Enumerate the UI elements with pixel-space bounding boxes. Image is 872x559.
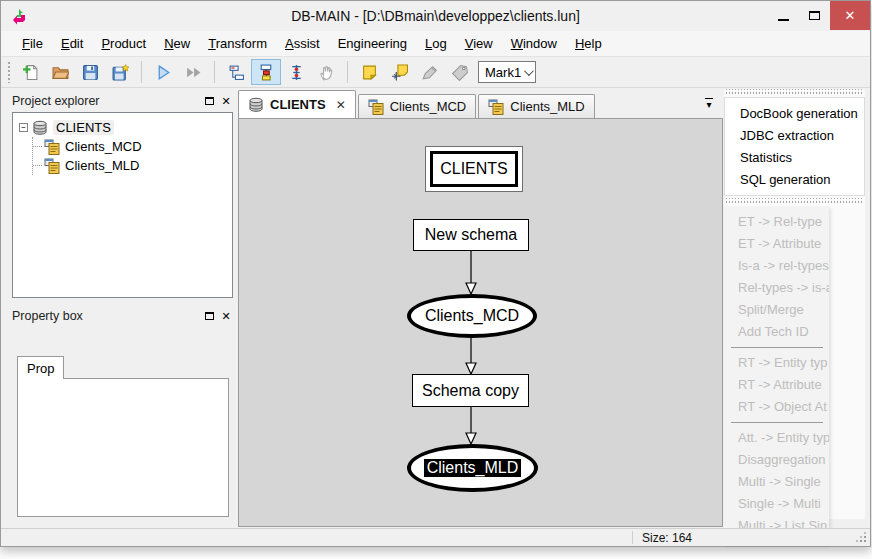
new-note-button[interactable] [354,59,384,85]
menu-item-et-attribute: ET -> Attribute [724,233,829,255]
diagram-edge-arrow [464,407,478,445]
schema-icon [488,99,504,115]
tree-root-label[interactable]: CLIENTS [53,120,114,135]
tree-item-clients-mld[interactable]: Clients_MLD [33,156,230,175]
transform-menu-disabled: ET -> Rel-type ET -> Attribute Is-a -> r… [724,206,829,544]
title-bar[interactable]: DB-MAIN - [D:\DBmain\developpez\clients.… [1,1,870,31]
menu-log[interactable]: Log [416,33,456,54]
menu-assist[interactable]: Assist [276,33,329,54]
schema-icon [368,99,384,115]
save-project-as-button[interactable] [105,59,135,85]
panel-grip[interactable] [725,89,864,96]
menu-new[interactable]: New [155,33,199,54]
open-folder-icon [52,64,69,81]
textual-view-button[interactable] [221,59,251,85]
property-content[interactable] [17,378,229,517]
panel-float-button[interactable] [202,310,216,323]
pan-button[interactable] [311,59,341,85]
add-note-button[interactable] [384,59,414,85]
menu-separator [731,347,823,348]
database-icon [248,97,264,113]
close-icon: ✕ [845,8,856,23]
paint-mark-button[interactable] [414,59,444,85]
menu-engineering[interactable]: Engineering [329,33,416,54]
tab-label[interactable]: Clients_MCD [390,99,467,114]
node-label: Clients_MCD [425,307,519,325]
maximize-button[interactable] [799,1,830,30]
tab-list-dropdown[interactable]: ▾ [699,97,719,112]
menu-item-sql-generation[interactable]: SQL generation [725,169,864,191]
panel-grip[interactable] [725,198,864,205]
window-controls: ✕ [768,1,870,30]
menu-separator [731,422,823,423]
save-project-button[interactable] [75,59,105,85]
diagram-node-clients-mcd[interactable]: Clients_MCD [407,294,537,338]
note-icon [361,64,378,81]
toolbar-grip[interactable] [7,61,11,83]
schema-icon [44,139,60,155]
node-label: Schema copy [422,382,519,400]
resize-grip[interactable] [864,540,866,542]
tag-button[interactable] [444,59,474,85]
minimize-button[interactable] [768,1,799,30]
maximize-icon [809,11,820,20]
menu-product[interactable]: Product [92,33,155,54]
tab-clients-mld[interactable]: Clients_MLD [478,94,594,118]
menu-item-statistics[interactable]: Statistics [725,147,864,169]
menu-item-split-merge: Split/Merge [724,299,829,321]
dropdown-icon: ▾ [706,100,711,110]
menu-help[interactable]: Help [566,33,611,54]
menu-window[interactable]: Window [502,33,566,54]
diagram-node-new-schema[interactable]: New schema [413,219,529,251]
tab-label[interactable]: CLIENTS [270,97,326,112]
prop-tab[interactable]: Prop [17,356,64,379]
tree-item-label[interactable]: Clients_MCD [65,139,142,154]
play-icon [155,64,172,81]
menu-item-rt-attribute: RT -> Attribute [724,374,829,396]
sorted-view-button[interactable] [281,59,311,85]
project-tree[interactable]: − CLIENTS [12,112,233,298]
menu-item-docbook-generation[interactable]: DocBook generation [725,103,864,125]
diagram-node-schema-copy[interactable]: Schema copy [412,374,529,407]
paint-icon [421,64,438,81]
diagram-node-clients[interactable]: CLIENTS [425,146,523,192]
tab-clients-mcd[interactable]: Clients_MCD [358,94,477,118]
open-project-button[interactable] [45,59,75,85]
tree-item-clients-mcd[interactable]: Clients_MCD [33,137,230,156]
mark-dropdown[interactable]: Mark1 [478,61,536,83]
menu-item-jdbc-extraction[interactable]: JDBC extraction [725,125,864,147]
execute-fast-button[interactable] [178,59,208,85]
panel-float-button[interactable] [202,95,216,108]
add-note-icon [391,64,408,81]
tree-root-clients[interactable]: − CLIENTS [19,118,230,137]
menu-file[interactable]: File [13,33,52,54]
tab-clients[interactable]: CLIENTS ✕ [238,90,356,118]
project-explorer-header[interactable]: Project explorer ✕ [9,92,236,110]
tab-close-icon[interactable]: ✕ [336,98,346,112]
tree-item-label[interactable]: Clients_MLD [65,158,139,173]
new-project-button[interactable] [15,59,45,85]
property-box-title: Property box [12,309,83,323]
panel-close-button[interactable]: ✕ [219,310,233,323]
panel-close-button[interactable]: ✕ [219,95,233,108]
menu-edit[interactable]: Edit [52,33,92,54]
menu-view[interactable]: View [456,33,502,54]
close-icon: ✕ [221,311,230,322]
graphical-view-button[interactable] [251,59,281,85]
property-box-header[interactable]: Property box ✕ [9,307,236,325]
menu-item-rt-object-att: RT -> Object At [724,396,829,418]
execute-button[interactable] [148,59,178,85]
tab-label[interactable]: Clients_MLD [510,99,584,114]
tag-icon [451,64,468,81]
diagram-node-clients-mld[interactable]: Clients_MLD [407,444,538,492]
save-floppy-icon [82,64,99,81]
close-button[interactable]: ✕ [830,1,870,30]
menu-transform[interactable]: Transform [199,33,276,54]
menu-item-att-entity-type: Att. -> Entity typ [724,427,829,449]
property-box-panel: Property box ✕ Prop [9,307,236,521]
diagram-canvas[interactable]: CLIENTS New schema Clients_MCD [238,118,723,527]
tree-children: Clients_MCD Clients_MLD [32,137,230,175]
collapse-icon[interactable]: − [19,123,28,132]
main-toolbar: Mark1 [1,57,870,88]
status-size-label: Size: 164 [642,531,692,545]
